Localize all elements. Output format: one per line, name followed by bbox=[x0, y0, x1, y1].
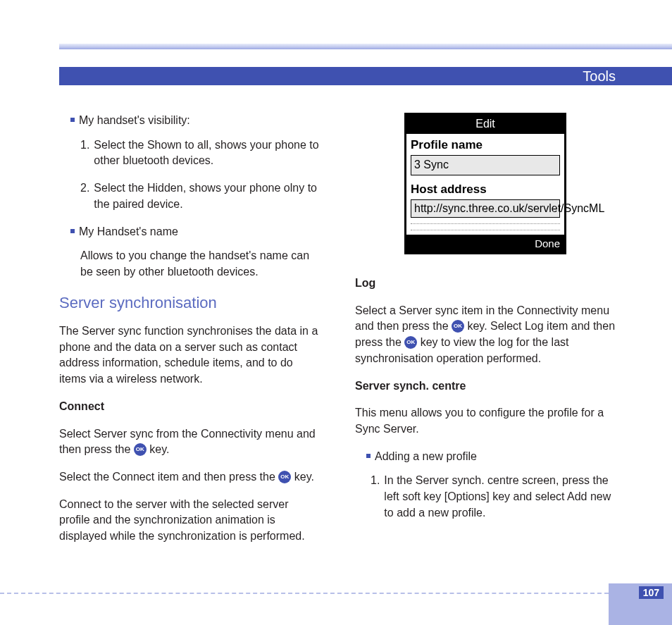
ok-key-icon: OK bbox=[134, 443, 147, 456]
bullet-text: Adding a new profile bbox=[375, 449, 477, 465]
item-number: 1. bbox=[80, 137, 89, 169]
footer-dashed-line bbox=[0, 593, 609, 594]
left-column: My handset's visibility: 1. Select the S… bbox=[59, 113, 320, 556]
server-sync-heading: Server synchronisation bbox=[59, 292, 320, 314]
dotted-separator bbox=[411, 223, 560, 224]
softkey-done[interactable]: Done bbox=[535, 236, 560, 251]
page-number: 107 bbox=[639, 586, 664, 599]
phone-titlebar: Edit bbox=[406, 115, 564, 134]
square-bullet-icon bbox=[70, 229, 75, 233]
sync-centre-paragraph: This menu allows you to configure the pr… bbox=[355, 405, 616, 437]
log-subheading: Log bbox=[355, 276, 616, 292]
profile-name-field[interactable]: 3 Sync bbox=[411, 155, 560, 175]
numbered-item: 2. Select the Hidden, shows your phone o… bbox=[80, 180, 320, 212]
server-sync-intro: The Server sync function synchronises th… bbox=[59, 323, 320, 388]
log-paragraph: Select a Server sync item in the Connect… bbox=[355, 303, 616, 367]
dotted-separator bbox=[411, 230, 560, 230]
connect-step-3: Connect to the server with the selected … bbox=[59, 497, 320, 545]
profile-name-label: Profile name bbox=[411, 137, 560, 154]
host-address-label: Host address bbox=[411, 181, 560, 198]
bullet-text: My Handset's name bbox=[79, 224, 178, 240]
square-bullet-icon bbox=[366, 454, 371, 458]
connect-step-1: Select Server sync from the Connectivity… bbox=[59, 426, 320, 458]
bullet-add-profile: Adding a new profile bbox=[366, 449, 616, 465]
numbered-item: 1. Select the Shown to all, shows your p… bbox=[80, 137, 320, 169]
phone-screenshot: Edit Profile name 3 Sync Host address ht… bbox=[404, 113, 566, 254]
bullet-text: My handset's visibility: bbox=[79, 113, 190, 129]
item-number: 2. bbox=[80, 180, 89, 212]
item-text: Select the Hidden, shows your phone olny… bbox=[94, 180, 320, 212]
phone-body: Profile name 3 Sync Host address http://… bbox=[406, 134, 564, 218]
section-header: Tools bbox=[59, 67, 672, 85]
right-column: Edit Profile name 3 Sync Host address ht… bbox=[355, 113, 616, 556]
connect-step-2: Select the Connect item and then press t… bbox=[59, 469, 320, 485]
handset-name-description: Allows to you change the handset's name … bbox=[80, 248, 320, 280]
sync-centre-subheading: Server synch. centre bbox=[355, 378, 616, 395]
item-number: 1. bbox=[371, 473, 380, 521]
bullet-handset-name: My Handset's name bbox=[70, 224, 320, 240]
square-bullet-icon bbox=[70, 118, 75, 122]
section-title: Tools bbox=[583, 68, 616, 85]
connect-subheading: Connect bbox=[59, 399, 320, 415]
numbered-item: 1. In the Server synch. centre screen, p… bbox=[371, 473, 616, 521]
ok-key-icon: OK bbox=[452, 320, 464, 333]
host-address-field[interactable]: http://sync.three.co.uk/servlet/SyncML bbox=[411, 199, 560, 218]
ok-key-icon: OK bbox=[278, 471, 291, 483]
ok-key-icon: OK bbox=[404, 336, 417, 349]
bullet-visibility: My handset's visibility: bbox=[70, 113, 320, 129]
content-columns: My handset's visibility: 1. Select the S… bbox=[59, 113, 616, 556]
item-text: Select the Shown to all, shows your phon… bbox=[94, 137, 320, 169]
top-gradient-bar bbox=[59, 44, 672, 49]
page-number-box: 107 bbox=[609, 583, 672, 625]
phone-softkey-bar: Done bbox=[406, 235, 564, 252]
item-text: In the Server synch. centre screen, pres… bbox=[384, 473, 616, 521]
